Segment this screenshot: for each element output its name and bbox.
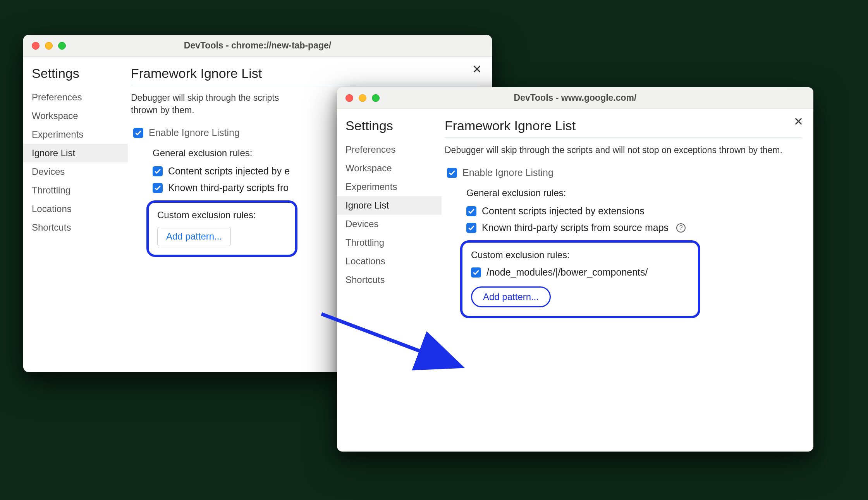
enable-ignore-listing-checkbox[interactable] [447,168,457,178]
minimize-window-icon[interactable] [359,94,366,102]
content-scripts-checkbox[interactable] [466,206,476,216]
sidebar-item-workspace[interactable]: Workspace [337,159,442,178]
panel-description: Debugger will skip through the scripts a… [445,144,802,156]
titlebar: DevTools - chrome://new-tab-page/ [23,35,492,57]
traffic-lights [32,42,66,50]
add-pattern-button[interactable]: Add pattern... [471,286,551,307]
sidebar-item-throttling[interactable]: Throttling [337,233,442,252]
sidebar-item-experiments[interactable]: Experiments [23,125,128,144]
sidebar-item-shortcuts[interactable]: Shortcuts [23,218,128,237]
sidebar-item-experiments[interactable]: Experiments [337,178,442,196]
sidebar-item-ignore-list[interactable]: Ignore List [23,144,128,162]
general-rules-heading: General exclusion rules: [466,188,802,198]
thirdparty-checkbox[interactable] [153,183,163,193]
sidebar-item-shortcuts[interactable]: Shortcuts [337,271,442,289]
custom-rules-heading: Custom exclusion rules: [471,250,689,260]
settings-content: Framework Ignore List Debugger will skip… [442,109,813,452]
custom-pattern-label: /node_modules/|/bower_components/ [486,267,648,278]
sidebar-item-devices[interactable]: Devices [337,215,442,233]
titlebar: DevTools - www.google.com/ [337,87,813,109]
settings-heading: Settings [23,64,128,88]
minimize-window-icon[interactable] [45,42,53,50]
sidebar-item-ignore-list[interactable]: Ignore List [337,196,442,215]
settings-sidebar: Settings PreferencesWorkspaceExperiments… [23,57,128,372]
settings-body: ✕ Settings PreferencesWorkspaceExperimen… [337,109,813,452]
sidebar-item-devices[interactable]: Devices [23,162,128,181]
thirdparty-checkbox[interactable] [466,223,476,233]
custom-rules-highlight: Custom exclusion rules: Add pattern... [146,200,297,257]
close-settings-button[interactable]: ✕ [472,64,482,75]
content-scripts-checkbox[interactable] [153,166,163,176]
enable-ignore-listing-label: Enable Ignore Listing [462,167,553,178]
maximize-window-icon[interactable] [372,94,380,102]
content-scripts-label: Content scripts injected by extensions [482,205,645,217]
help-icon[interactable]: ? [676,223,686,233]
window-title: DevTools - chrome://new-tab-page/ [23,40,492,51]
enable-ignore-listing-label: Enable Ignore Listing [149,127,240,138]
close-settings-button[interactable]: ✕ [794,116,803,128]
panel-title: Framework Ignore List [445,118,802,138]
settings-heading: Settings [337,117,442,140]
thirdparty-label: Known third-party scripts from source ma… [482,222,669,233]
panel-title: Framework Ignore List [131,66,480,85]
devtools-window-right: DevTools - www.google.com/ ✕ Settings Pr… [337,87,813,452]
window-title: DevTools - www.google.com/ [337,93,813,103]
traffic-lights [345,94,380,102]
thirdparty-label: Known third-party scripts fro [168,182,289,193]
close-window-icon[interactable] [345,94,353,102]
sidebar-item-workspace[interactable]: Workspace [23,107,128,125]
add-pattern-button[interactable]: Add pattern... [157,227,231,246]
sidebar-item-locations[interactable]: Locations [337,252,442,271]
custom-rules-highlight: Custom exclusion rules: /node_modules/|/… [460,240,700,318]
settings-sidebar: Settings PreferencesWorkspaceExperiments… [337,109,442,452]
sidebar-item-throttling[interactable]: Throttling [23,181,128,200]
sidebar-item-preferences[interactable]: Preferences [23,88,128,107]
custom-pattern-checkbox[interactable] [471,267,481,278]
close-window-icon[interactable] [32,42,40,50]
enable-ignore-listing-checkbox[interactable] [133,128,143,138]
custom-rules-heading: Custom exclusion rules: [157,210,287,221]
sidebar-item-locations[interactable]: Locations [23,200,128,218]
maximize-window-icon[interactable] [58,42,66,50]
content-scripts-label: Content scripts injected by e [168,166,290,177]
sidebar-item-preferences[interactable]: Preferences [337,140,442,159]
